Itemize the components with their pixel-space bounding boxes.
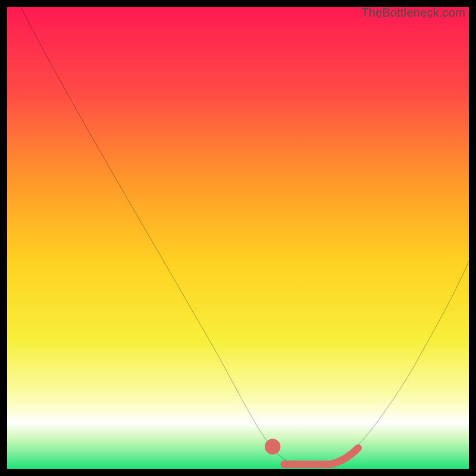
chart-frame: TheBottleneck.com <box>7 7 469 469</box>
highlight-markers <box>268 443 358 464</box>
highlight-dot-icon <box>268 443 277 451</box>
curve-path <box>21 7 469 464</box>
bottleneck-curve <box>7 7 469 469</box>
watermark-label: TheBottleneck.com <box>361 6 465 20</box>
highlight-rise-icon <box>330 448 358 464</box>
